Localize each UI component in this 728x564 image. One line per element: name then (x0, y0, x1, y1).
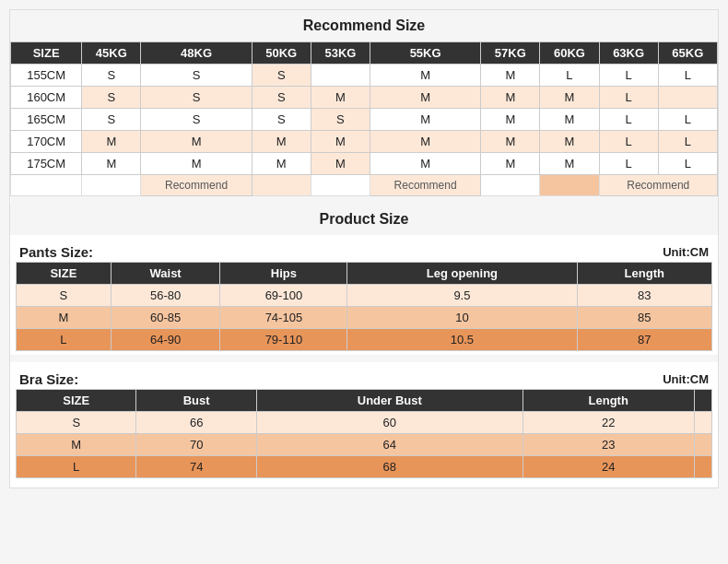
pants-size-label: Pants Size: (19, 244, 93, 260)
extra-l (694, 456, 711, 478)
height-cell: 155CM (11, 65, 82, 87)
col-size: SIZE (11, 42, 82, 65)
cell: M (481, 131, 540, 153)
height-cell: 165CM (11, 109, 82, 131)
extra-s (694, 412, 711, 434)
cell: M (141, 153, 252, 175)
cell (311, 175, 370, 196)
length-s: 22 (523, 412, 694, 434)
cell: M (540, 131, 599, 153)
bra-header: Bra Size: Unit:CM (16, 366, 712, 389)
cell: S (82, 65, 141, 87)
bust-l: 74 (136, 456, 256, 478)
cell: L (599, 109, 658, 131)
hips-l: 79-110 (220, 329, 347, 351)
bra-table: SIZE Bust Under Bust Length S 66 60 22 M… (16, 389, 712, 478)
length-l: 24 (523, 456, 694, 478)
pants-table: SIZE Waist Hips Leg opening Length S 56-… (16, 262, 712, 351)
col-45kg: 45KG (82, 42, 141, 65)
waist-l: 64-90 (111, 329, 220, 351)
recommend-size-table: SIZE 45KG 48KG 50KG 53KG 55KG 57KG 60KG … (10, 41, 718, 204)
extra-m (694, 434, 711, 456)
leg-m: 10 (347, 307, 577, 329)
recommend-label: Recommend (599, 175, 717, 196)
cell: M (481, 65, 540, 87)
col-63kg: 63KG (599, 42, 658, 65)
size-l: L (17, 329, 112, 351)
size-m: M (17, 434, 136, 456)
cell: M (82, 131, 141, 153)
col-waist: Waist (111, 263, 220, 285)
col-53kg: 53KG (311, 42, 370, 65)
pants-table-header: SIZE Waist Hips Leg opening Length (17, 263, 712, 285)
col-extra (694, 390, 711, 412)
cell (658, 87, 717, 109)
cell: M (311, 87, 370, 109)
under-bust-l: 68 (256, 456, 523, 478)
cell (311, 65, 370, 87)
cell: L (540, 65, 599, 87)
size-l: L (17, 456, 136, 478)
length-s: 83 (577, 285, 711, 307)
empty-row (11, 196, 718, 205)
cell: S (252, 87, 311, 109)
cell: M (141, 131, 252, 153)
cell: M (481, 87, 540, 109)
cell: M (370, 87, 480, 109)
cell: S (82, 87, 141, 109)
recommend-row: Recommend Recommend Recommend (11, 175, 718, 196)
cell: M (370, 131, 480, 153)
table-row: 170CM M M M M M M M L L (11, 131, 718, 153)
spacer (10, 355, 718, 362)
recommend-size-section: Recommend Size SIZE 45KG 48KG 50KG 53KG … (10, 10, 718, 204)
recommend-table-header: SIZE 45KG 48KG 50KG 53KG 55KG 57KG 60KG … (11, 42, 718, 65)
col-48kg: 48KG (141, 42, 252, 65)
cell: S (252, 109, 311, 131)
pants-unit: Unit:CM (663, 245, 709, 259)
waist-s: 56-80 (111, 285, 220, 307)
table-row: 155CM S S S M M L L L (11, 65, 718, 87)
bra-unit: Unit:CM (663, 372, 709, 386)
main-container: Recommend Size SIZE 45KG 48KG 50KG 53KG … (9, 9, 719, 488)
height-cell: 170CM (11, 131, 82, 153)
table-row: M 60-85 74-105 10 85 (17, 307, 712, 329)
recommend-size-title: Recommend Size (10, 10, 718, 41)
recommend-label: Recommend (370, 175, 480, 196)
hips-s: 69-100 (220, 285, 347, 307)
length-m: 23 (523, 434, 694, 456)
cell (540, 175, 599, 196)
cell: S (141, 87, 252, 109)
cell: M (370, 109, 480, 131)
height-cell: 175CM (11, 153, 82, 175)
cell: M (481, 153, 540, 175)
col-bust: Bust (136, 390, 256, 412)
size-s: S (17, 285, 112, 307)
table-row: 175CM M M M M M M M L L (11, 153, 718, 175)
size-s: S (17, 412, 136, 434)
col-under-bust: Under Bust (256, 390, 523, 412)
cell: M (82, 153, 141, 175)
under-bust-s: 60 (256, 412, 523, 434)
product-size-title: Product Size (10, 204, 718, 235)
col-57kg: 57KG (481, 42, 540, 65)
cell (11, 175, 82, 196)
cell: S (141, 109, 252, 131)
cell (481, 175, 540, 196)
waist-m: 60-85 (111, 307, 220, 329)
cell: M (540, 109, 599, 131)
under-bust-m: 64 (256, 434, 523, 456)
cell: S (252, 65, 311, 87)
cell: S (82, 109, 141, 131)
col-55kg: 55KG (370, 42, 480, 65)
leg-l: 10.5 (347, 329, 577, 351)
col-size: SIZE (17, 390, 136, 412)
recommend-label: Recommend (141, 175, 252, 196)
table-row: 165CM S S S S M M M L L (11, 109, 718, 131)
cell: L (658, 131, 717, 153)
pants-size-section: Pants Size: Unit:CM SIZE Waist Hips Leg … (10, 235, 718, 355)
col-length: Length (577, 263, 711, 285)
cell: L (658, 153, 717, 175)
bust-s: 66 (136, 412, 256, 434)
cell: M (370, 65, 480, 87)
bra-table-header: SIZE Bust Under Bust Length (17, 390, 712, 412)
